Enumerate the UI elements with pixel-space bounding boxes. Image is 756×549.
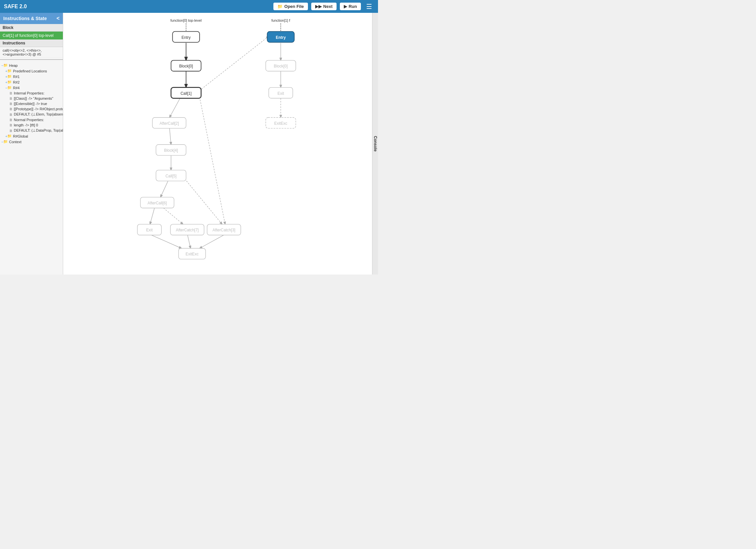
func1-label: function[1] f [271, 18, 290, 22]
console-label: Console [373, 136, 378, 151]
instruction-text: call(<>obj<>2, <>this<>, <>arguments<>3)… [0, 47, 63, 58]
svg-text:ExitExc: ExitExc [274, 121, 288, 126]
menu-button[interactable]: ☰ [364, 3, 374, 11]
svg-text:Block[0]: Block[0] [274, 64, 288, 68]
list-item: + 📁 R#2 [0, 79, 63, 85]
list-item: 🗎 Internal Properties: [0, 90, 63, 96]
file-icon: 🗎 [9, 129, 13, 133]
sidebar-header: Instructions & State < [0, 13, 63, 24]
list-item: 🗎 [[Extensible]] -!> true [0, 101, 63, 106]
svg-line-8 [161, 181, 168, 197]
app-title: SAFE 2.0 [4, 4, 270, 10]
svg-line-11 [183, 177, 222, 224]
svg-line-4 [169, 98, 180, 117]
header: SAFE 2.0 📁 Open File ▶▶ Next ▶ Run ☰ [0, 0, 378, 13]
next-button[interactable]: ▶▶ Next [311, 3, 337, 10]
svg-text:Entry: Entry [276, 35, 286, 40]
svg-line-9 [150, 208, 155, 224]
file-icon: 🗎 [9, 91, 13, 95]
svg-text:Block[4]: Block[4] [164, 148, 178, 153]
folder-icon: 📁 [7, 86, 12, 90]
file-icon: 🗎 [9, 96, 13, 100]
sidebar: Instructions & State < Block Call[1] of … [0, 13, 63, 274]
svg-text:AfterCall[2]: AfterCall[2] [160, 121, 179, 126]
func0-label: function[0] top-level [170, 18, 202, 22]
svg-text:Entry: Entry [182, 35, 191, 40]
file-icon: 🗎 [9, 102, 13, 106]
svg-line-15 [200, 235, 224, 248]
cfg-diagram: function[0] top-level function[1] f [63, 13, 372, 274]
list-item: 🗎 length -!> [tft] 0 [0, 122, 63, 128]
svg-line-10 [164, 208, 183, 224]
heap-section: − 📁 Heap + 📁 Predefined Locations + 📁 R#… [0, 61, 63, 274]
active-call-item: Call[1] of function[0] top-level [0, 32, 63, 39]
svg-text:Exit: Exit [278, 91, 284, 96]
list-item: − 📁 Heap [0, 62, 63, 68]
list-item: + 📁 Predefined Locations [0, 68, 63, 74]
list-item: − 📁 Context [0, 139, 63, 144]
svg-line-5 [195, 36, 269, 94]
svg-text:Call[1]: Call[1] [181, 91, 192, 96]
cfg-content-area[interactable]: function[0] top-level function[1] f [63, 13, 372, 274]
svg-line-13 [151, 235, 181, 248]
list-item: − 📁 R#4 [0, 85, 63, 90]
file-icon: 🗎 [9, 123, 13, 127]
folder-icon: 📁 [7, 69, 12, 73]
svg-text:Exit: Exit [146, 228, 153, 232]
folder-icon: 📁 [7, 80, 12, 84]
svg-text:AfterCall[6]: AfterCall[6] [147, 201, 167, 205]
svg-text:ExitExc: ExitExc [186, 252, 199, 256]
run-icon: ▶ [344, 4, 347, 9]
list-item: + 📁 R#Global [0, 133, 63, 139]
open-file-button[interactable]: 📁 Open File [273, 3, 308, 10]
svg-line-14 [188, 235, 190, 248]
svg-text:Block[0]: Block[0] [179, 64, 193, 68]
sidebar-collapse-button[interactable]: < [57, 15, 60, 21]
file-icon: 🗎 [9, 118, 13, 122]
folder-icon: 📁 [3, 63, 8, 67]
cfg-svg: function[0] top-level function[1] f [63, 13, 372, 274]
svg-text:AfterCatch[3]: AfterCatch[3] [213, 228, 235, 232]
list-item: 🗎 [[Prototype]] -!> R#Object.prototype [0, 106, 63, 112]
console-panel[interactable]: Console [372, 13, 378, 274]
svg-line-12 [200, 97, 225, 224]
file-icon: 🗎 [9, 107, 13, 111]
list-item: 🗎 [[Class]] -!> "Arguments" [0, 96, 63, 101]
svg-text:Call[5]: Call[5] [165, 174, 177, 178]
list-item: 🗎 DEFAULT: (⊥Elem, Top(absent)) [0, 112, 63, 117]
folder-icon: 📁 [7, 134, 12, 138]
next-icon: ▶▶ [315, 4, 322, 9]
list-item: 🗎 Normal Properties: [0, 117, 63, 122]
folder-icon: 📁 [3, 139, 8, 144]
instructions-label: Instructions [0, 39, 63, 47]
folder-icon: 📁 [7, 74, 12, 79]
list-item: + 📁 R#1 [0, 74, 63, 79]
sidebar-title: Instructions & State [3, 16, 47, 21]
svg-text:AfterCatch[7]: AfterCatch[7] [176, 228, 199, 232]
open-file-icon: 📁 [277, 4, 283, 9]
list-item: 🗎 DEFAULT: (⊥DataProp, Top(absent)) [0, 128, 63, 133]
run-button[interactable]: ▶ Run [340, 3, 361, 10]
block-section-label: Block [0, 24, 63, 32]
svg-line-6 [169, 128, 171, 144]
main-layout: Instructions & State < Block Call[1] of … [0, 13, 378, 274]
file-icon: 🗎 [9, 112, 13, 116]
